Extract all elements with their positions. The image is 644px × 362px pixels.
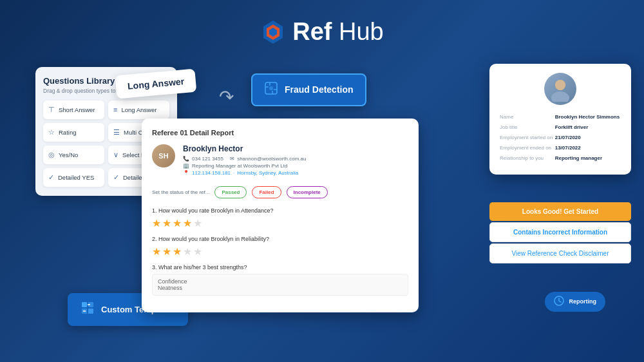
fraud-icon bbox=[264, 81, 278, 99]
star-3: ★ bbox=[173, 245, 182, 258]
q-item-label: Long Answer bbox=[121, 106, 156, 113]
detailed-yes-icon: ✓ bbox=[48, 173, 54, 182]
logo-text: Ref Hub bbox=[292, 18, 384, 46]
detailed-2-icon: ✓ bbox=[113, 173, 119, 182]
yes-no-icon: ◎ bbox=[48, 151, 55, 159]
star-1: ★ bbox=[152, 245, 161, 258]
referee-report-panel: Referee 01 Detail Report SH Brooklyn Hec… bbox=[142, 119, 419, 312]
building-icon: 🏢 bbox=[183, 163, 189, 169]
action-buttons: Looks Good! Get Started Contains Incorre… bbox=[489, 202, 631, 265]
q-item-long-answer[interactable]: ≡ Long Answer bbox=[108, 100, 169, 119]
question-3: 3. What are his/her 3 best strengths? Co… bbox=[152, 264, 408, 296]
email-icon: ✉ bbox=[230, 156, 234, 162]
multi-choice-icon: ☰ bbox=[113, 128, 120, 137]
question-1: 1. How would you rate Brooklyn in Attend… bbox=[152, 207, 408, 229]
profile-value-job: Forklift driver bbox=[555, 124, 621, 133]
custom-templates-icon bbox=[80, 301, 95, 318]
main-area: Questions Library Drag & drop question t… bbox=[0, 61, 644, 338]
logo-icon bbox=[260, 19, 286, 45]
fraud-detection-label: Fraud Detection bbox=[285, 84, 354, 95]
profile-label-end: Employment ended on bbox=[500, 145, 554, 154]
status-incomplete-btn[interactable]: Incomplete bbox=[287, 186, 328, 198]
status-row: Set the status of the ref... Passed Fail… bbox=[152, 186, 408, 198]
reporting-badge: Reporting bbox=[545, 292, 606, 312]
svg-rect-13 bbox=[82, 302, 87, 307]
profile-label-start: Employment started on bbox=[500, 135, 554, 144]
status-label: Set the status of the ref... bbox=[152, 189, 209, 195]
fraud-detection-badge[interactable]: Fraud Detection bbox=[251, 73, 366, 106]
status-failed-btn[interactable]: Failed bbox=[252, 186, 281, 198]
select-b-icon: ∨ bbox=[113, 151, 118, 159]
profile-row-relationship: Relationship to you Reporting manager bbox=[500, 155, 621, 164]
profile-label-relationship: Relationship to you bbox=[500, 155, 554, 164]
referee-avatar: SH bbox=[152, 144, 175, 167]
profile-label-name: Name bbox=[500, 114, 554, 123]
star-5: ★ bbox=[193, 245, 202, 258]
profile-row-end: Employment ended on 13/07/2022 bbox=[500, 145, 621, 154]
rating-icon: ☆ bbox=[48, 128, 55, 137]
referee-info: Brooklyn Hector 📞 034 121 3455 ✉ shannon… bbox=[183, 144, 306, 177]
reporting-icon bbox=[554, 296, 564, 308]
profile-label-job: Job title bbox=[500, 124, 554, 133]
profile-row-start: Employment started on 21/07/2020 bbox=[500, 135, 621, 144]
question-1-stars: ★ ★ ★ ★ ★ bbox=[152, 217, 408, 229]
q-item-yes-no[interactable]: ◎ Yes/No bbox=[43, 146, 104, 164]
logo-container: Ref Hub bbox=[260, 18, 384, 46]
referee-header: SH Brooklyn Hector 📞 034 121 3455 ✉ shan… bbox=[152, 144, 408, 177]
svg-rect-6 bbox=[272, 91, 273, 94]
star-5: ★ bbox=[193, 217, 202, 229]
question-2: 2. How would you rate Brooklyn in Reliab… bbox=[152, 236, 408, 258]
location-icon: 📍 bbox=[183, 170, 189, 176]
star-4: ★ bbox=[183, 217, 192, 229]
referee-name: Brooklyn Hector bbox=[183, 144, 306, 153]
svg-point-4 bbox=[269, 86, 273, 90]
svg-rect-7 bbox=[265, 86, 269, 88]
profile-row-name: Name Brooklyn Hector Simmons bbox=[500, 114, 621, 123]
question-3-answer: Confidence Neatness bbox=[152, 274, 408, 296]
profile-avatar-svg bbox=[547, 76, 573, 102]
reporting-label: Reporting bbox=[569, 298, 597, 305]
status-passed-btn[interactable]: Passed bbox=[214, 186, 247, 198]
q-item-label: Short Answer bbox=[59, 106, 95, 113]
profile-value-relationship: Reporting manager bbox=[555, 155, 621, 164]
referee-report-title: Referee 01 Detail Report bbox=[152, 129, 408, 137]
question-3-text: 3. What are his/her 3 best strengths? bbox=[152, 264, 408, 271]
svg-rect-5 bbox=[269, 82, 270, 86]
q-item-short-answer[interactable]: ⊤ Short Answer bbox=[43, 100, 104, 119]
long-answer-icon: ≡ bbox=[113, 106, 117, 113]
svg-point-11 bbox=[555, 80, 565, 90]
profile-avatar bbox=[544, 73, 576, 105]
profile-value-start: 21/07/2020 bbox=[555, 135, 621, 144]
svg-rect-8 bbox=[274, 89, 277, 90]
looks-good-button[interactable]: Looks Good! Get Started bbox=[489, 202, 631, 221]
logo-area: Ref Hub bbox=[0, 0, 644, 61]
q-item-label: Yes/No bbox=[59, 151, 78, 158]
referee-phone: 📞 034 121 3455 ✉ shannon@woolsworth.com.… bbox=[183, 156, 306, 162]
q-item-label: Detailed YES bbox=[58, 174, 94, 181]
referee-company: 🏢 Reporting Manager at Woolsworth Pvt Lt… bbox=[183, 163, 306, 169]
profile-info-table: Name Brooklyn Hector Simmons Job title F… bbox=[498, 113, 622, 166]
star-2: ★ bbox=[162, 217, 171, 229]
referee-location: 📍 112.134.158.181 · Hornsby, Sydney, Aus… bbox=[183, 170, 306, 176]
incorrect-info-button[interactable]: Contains Incorrect Information bbox=[489, 222, 631, 242]
profile-card: Name Brooklyn Hector Simmons Job title F… bbox=[489, 64, 631, 175]
svg-rect-16 bbox=[88, 309, 93, 314]
profile-row-job: Job title Forklift driver bbox=[500, 124, 621, 133]
profile-value-name: Brooklyn Hector Simmons bbox=[555, 114, 621, 123]
svg-point-10 bbox=[551, 91, 569, 102]
star-1: ★ bbox=[152, 217, 161, 229]
star-2: ★ bbox=[162, 245, 171, 258]
question-2-text: 2. How would you rate Brooklyn in Reliab… bbox=[152, 236, 408, 242]
question-1-text: 1. How would you rate Brooklyn in Attend… bbox=[152, 207, 408, 214]
short-answer-icon: ⊤ bbox=[48, 106, 55, 114]
q-item-rating[interactable]: ☆ Rating bbox=[43, 123, 104, 142]
star-3: ★ bbox=[173, 217, 182, 229]
profile-value-end: 13/07/2022 bbox=[555, 145, 621, 154]
disclaimer-button[interactable]: View Reference Check Disclaimer bbox=[489, 243, 631, 263]
q-item-detailed-yes[interactable]: ✓ Detailed YES bbox=[43, 168, 104, 187]
star-4: ★ bbox=[183, 245, 192, 258]
phone-icon: 📞 bbox=[183, 156, 189, 162]
question-2-stars: ★ ★ ★ ★ ★ bbox=[152, 245, 408, 258]
q-item-label: Rating bbox=[59, 129, 76, 136]
arrow-to-fraud: ↷ bbox=[219, 86, 234, 108]
